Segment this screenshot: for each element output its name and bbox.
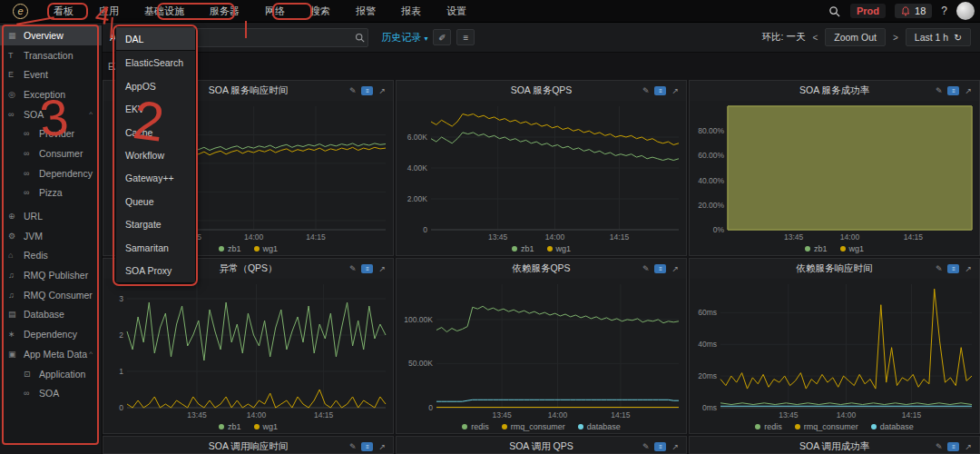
nav-item-看板[interactable]: 看板 [41, 5, 86, 18]
sidebar-item-rmq-publisher[interactable]: ♫RMQ Publisher [0, 265, 102, 285]
analytics-badge-icon[interactable]: ≡ [361, 442, 373, 451]
sidebar-item-app-meta-data[interactable]: ▣App Meta Data^ [0, 344, 102, 364]
share-icon[interactable]: ↗ [671, 443, 679, 451]
legend-item-database[interactable]: database [578, 422, 621, 431]
compare-label[interactable]: 环比: 一天 [762, 31, 806, 44]
legend-item-wg1[interactable]: wg1 [254, 244, 279, 253]
analytics-badge-icon[interactable]: ≡ [361, 264, 373, 273]
sidebar-item-dependency[interactable]: ∞Dependency [0, 163, 102, 183]
legend-item-rmq_consumer[interactable]: rmq_consumer [795, 422, 858, 431]
nav-item-报警[interactable]: 报警 [343, 5, 388, 18]
sidebar-item-database[interactable]: ▤Database [0, 305, 102, 325]
edit-icon[interactable]: ✎ [936, 443, 943, 451]
dropdown-item-elasticsearch[interactable]: ElasticSearch [116, 51, 195, 74]
share-icon[interactable]: ↗ [378, 87, 386, 95]
dropdown-item-stargate[interactable]: Stargate [116, 213, 195, 236]
dropdown-item-queue[interactable]: Queue [116, 190, 195, 212]
sidebar-item-exception[interactable]: ◎Exception [0, 84, 102, 104]
sidebar-item-pizza[interactable]: ∞Pizza [0, 183, 102, 203]
search-icon[interactable] [827, 4, 841, 18]
sidebar-item-redis[interactable]: ⌂Redis [0, 246, 102, 266]
sidebar-item-event[interactable]: EEvent [0, 64, 102, 84]
panel-title[interactable]: SOA 调用 QPS [509, 440, 573, 453]
share-icon[interactable]: ↗ [965, 443, 972, 451]
legend-item-rmq_consumer[interactable]: rmq_consumer [502, 422, 565, 431]
time-shift-left-button[interactable]: < [812, 33, 818, 43]
edit-icon[interactable]: ✎ [349, 443, 357, 451]
legend-item-zb1[interactable]: zb1 [805, 244, 828, 253]
panel-title[interactable]: SOA 调用成功率 [799, 440, 869, 453]
sidebar-item-application[interactable]: ⊡Application [0, 364, 102, 384]
share-icon[interactable]: ↗ [671, 87, 679, 95]
chart-canvas[interactable]: 100.00K50.00K013:4514:0014:15 [397, 279, 686, 420]
dropdown-item-cache[interactable]: Cache [116, 121, 195, 143]
edit-icon[interactable]: ✎ [642, 265, 650, 273]
panel-chart-area[interactable]: 6.00K4.00K2.00K013:4514:0014:15zb1wg1 [397, 101, 686, 255]
sidebar-item-dependency[interactable]: ∗Dependency [0, 324, 102, 344]
dropdown-item-dal[interactable]: DAL [116, 27, 195, 51]
zoom-out-button[interactable]: Zoom Out [825, 28, 886, 46]
search-icon[interactable] [351, 33, 368, 43]
time-shift-right-button[interactable]: > [893, 33, 898, 43]
sidebar-item-transaction[interactable]: TTransaction [0, 45, 102, 65]
history-dropdown[interactable]: 历史记录 ▾ [381, 31, 427, 44]
sidebar-item-url[interactable]: ⊕URL [0, 206, 102, 226]
panel-title[interactable]: SOA 服务成功率 [799, 84, 869, 97]
legend-item-redis[interactable]: redis [755, 422, 782, 431]
edit-icon[interactable]: ✎ [936, 265, 943, 273]
help-button[interactable]: ? [941, 5, 947, 17]
legend-item-wg1[interactable]: wg1 [840, 244, 865, 253]
analytics-badge-icon[interactable]: ≡ [654, 86, 666, 95]
chart-canvas[interactable]: 60ms40ms20ms0ms13:4514:0014:15 [690, 279, 979, 420]
app-logo-icon[interactable]: e [13, 4, 28, 19]
collapse-caret-icon[interactable]: ^ [89, 110, 93, 118]
analytics-badge-icon[interactable]: ≡ [947, 264, 959, 273]
collapse-caret-icon[interactable]: ^ [89, 350, 93, 358]
legend-item-zb1[interactable]: zb1 [219, 422, 241, 431]
nav-item-应用[interactable]: 应用 [86, 5, 132, 18]
legend-item-zb1[interactable]: zb1 [512, 244, 534, 253]
dropdown-item-ekv[interactable]: EKV [116, 97, 195, 120]
edit-icon[interactable]: ✎ [642, 443, 650, 451]
legend-item-database[interactable]: database [871, 422, 914, 431]
legend-item-redis[interactable]: redis [462, 422, 489, 431]
analytics-badge-icon[interactable]: ≡ [361, 86, 373, 95]
analytics-badge-icon[interactable]: ≡ [654, 442, 666, 451]
panel-title[interactable]: SOA 服务响应时间 [209, 84, 289, 97]
edit-icon[interactable]: ✎ [936, 87, 943, 95]
share-icon[interactable]: ↗ [965, 265, 972, 273]
legend-item-zb1[interactable]: zb1 [219, 244, 241, 253]
dropdown-item-samaritan[interactable]: Samaritan [116, 236, 195, 259]
dropdown-item-workflow[interactable]: Workflow [116, 143, 195, 166]
panel-title[interactable]: SOA 调用响应时间 [209, 440, 289, 453]
chart-canvas[interactable]: 6.00K4.00K2.00K013:4514:0014:15 [397, 101, 686, 242]
chart-canvas[interactable]: 80.00%60.00%40.00%20.00%0%13:4514:0014:1… [690, 101, 979, 242]
legend-item-wg1[interactable]: wg1 [254, 422, 279, 431]
sidebar-item-soa[interactable]: ∞SOA [0, 383, 102, 403]
panel-title[interactable]: 异常（QPS） [219, 262, 277, 275]
analytics-badge-icon[interactable]: ≡ [654, 264, 666, 273]
panel-chart-area[interactable]: 60ms40ms20ms0ms13:4514:0014:15redisrmq_c… [690, 279, 979, 433]
chart-canvas[interactable]: 321013:4514:0014:15 [103, 279, 393, 420]
share-icon[interactable]: ↗ [378, 443, 386, 451]
list-view-icon[interactable]: ≡ [456, 29, 475, 45]
sidebar-item-rmq-consumer[interactable]: ♫RMQ Consumer [0, 285, 102, 305]
nav-item-搜索[interactable]: 搜索 [298, 5, 343, 18]
analytics-badge-icon[interactable]: ≡ [947, 86, 959, 95]
env-badge[interactable]: Prod [850, 4, 886, 18]
edit-icon[interactable]: ✎ [642, 87, 650, 95]
user-avatar[interactable] [956, 2, 975, 20]
dropdown-item-soa-proxy[interactable]: SOA Proxy [116, 260, 195, 282]
share-icon[interactable]: ↗ [965, 87, 972, 95]
share-icon[interactable]: ↗ [378, 265, 386, 273]
edit-icon[interactable]: ✎ [349, 265, 357, 273]
nav-item-基础设施[interactable]: 基础设施 [132, 5, 197, 18]
sidebar-item-overview[interactable]: ▦Overview [0, 25, 102, 45]
nav-item-报表[interactable]: 报表 [388, 5, 434, 18]
analytics-badge-icon[interactable]: ≡ [947, 442, 959, 451]
panel-chart-area[interactable]: 321013:4514:0014:15zb1wg1 [103, 279, 393, 433]
panel-chart-area[interactable]: 100.00K50.00K013:4514:0014:15redisrmq_co… [397, 279, 686, 433]
sidebar-item-consumer[interactable]: ∞Consumer [0, 143, 102, 163]
dropdown-item-gateway-[interactable]: Gateway++ [116, 167, 195, 190]
share-icon[interactable]: ↗ [671, 265, 679, 273]
